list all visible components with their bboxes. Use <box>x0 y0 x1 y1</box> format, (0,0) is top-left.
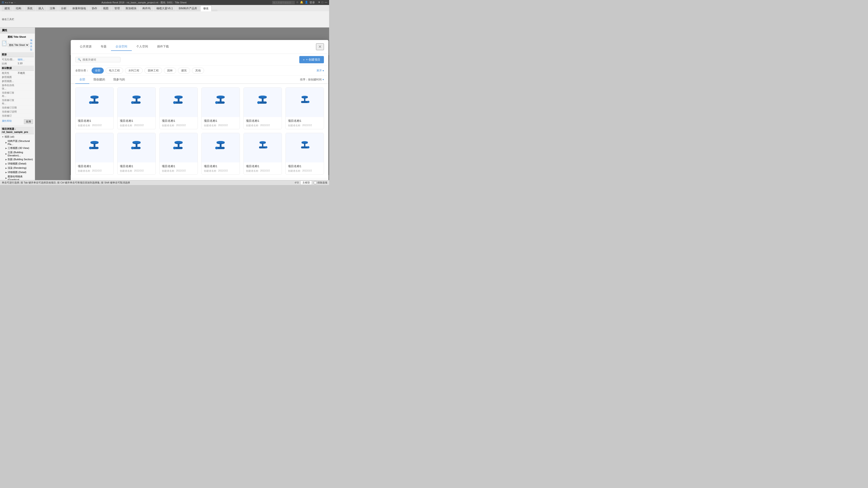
tab-collaborate[interactable]: 协作 <box>89 6 100 11</box>
tab-analyze[interactable]: 分析 <box>58 6 69 11</box>
modal-tab-topic[interactable]: 专题 <box>96 43 111 51</box>
category-btn-architecture[interactable]: 建筑 <box>178 68 190 74</box>
list-item[interactable]: 项目名称1 创建者名称 2022/2/2 <box>243 133 282 175</box>
tree-views-all[interactable]: ▼ 视图 (all) <box>1 135 34 139</box>
view-mode-select[interactable]: 主模型 <box>301 181 312 185</box>
tab-structure[interactable]: 结构 <box>13 6 24 11</box>
bell-icon[interactable]: 🔔 <box>300 1 303 4</box>
tree-detail-view[interactable]: ▶详细视图 (Detail) <box>3 162 34 166</box>
list-item[interactable]: 项目名称1 创建者名称 2022/2/2 <box>285 88 324 129</box>
exclude-option[interactable]: 排除选项 <box>314 181 327 184</box>
tree-building-section[interactable]: ▶剖面 (Building Section) <box>3 157 34 162</box>
item-author: 创建者名称 <box>288 169 301 173</box>
user-icon[interactable]: 👤 <box>305 1 308 4</box>
current-modify2-label: 当前修订发布... <box>2 98 18 105</box>
item-title: 项目名称1 <box>246 119 279 123</box>
tab-massing[interactable]: 体量和场地 <box>70 6 89 11</box>
star-icon[interactable]: ☆ <box>296 1 299 4</box>
tab-systems[interactable]: 系统 <box>24 6 35 11</box>
tab-annotate[interactable]: 注释 <box>47 6 58 11</box>
tab-bim[interactable]: BIM构件产品库 <box>176 6 200 11</box>
sheet-select[interactable]: 图纸 Title Sheet <box>8 43 29 47</box>
search-box[interactable]: 🔍 <box>75 57 121 62</box>
edit-visibility-btn[interactable]: 编辑... <box>18 58 25 61</box>
sub-tab-all[interactable]: 全部 <box>75 76 89 84</box>
list-item[interactable]: 项目名称1 创建者名称 2022/2/2 <box>202 88 240 129</box>
modal-tab-personal[interactable]: 个人空间 <box>132 43 153 51</box>
item-meta: 创建者名称 2022/2/2 <box>162 169 195 173</box>
item-info: 项目名称1 创建者名称 2022/2/2 <box>160 162 197 174</box>
tree-3d-view[interactable]: ▶三维视图 (3D View) <box>3 146 34 150</box>
window-controls[interactable]: ☆ 🔔 👤 登录 ✕ □ — <box>272 1 327 4</box>
category-btn-landscape-eng[interactable]: 园林工程 <box>145 68 162 74</box>
sub-tab-joined[interactable]: 我参与的 <box>109 76 129 84</box>
sub-tab-created[interactable]: 我创建的 <box>89 76 109 84</box>
list-item[interactable]: 项目名称1 创建者名称 2022/2/2 <box>202 133 240 175</box>
item-thumbnail <box>75 88 114 117</box>
category-btn-other[interactable]: 其他 <box>192 68 204 74</box>
modal-tab-public[interactable]: 公共资源 <box>75 43 96 51</box>
list-item[interactable]: 项目名称1 创建者名称 2022/2/2 <box>75 88 114 129</box>
list-item[interactable]: 项目名称1 创建者名称 2022/2/2 <box>159 88 198 129</box>
list-item[interactable]: 项目名称1 创建者名称 2022/2/2 <box>117 88 156 129</box>
tab-view[interactable]: 视图 <box>100 6 111 11</box>
sort-button[interactable]: ▾ <box>322 78 324 81</box>
modal-tab-plugins[interactable]: 插件下载 <box>153 43 174 51</box>
tree-graphical-column[interactable]: ▶图形柱明细表 (Graphical... <box>3 174 34 180</box>
tab-addins[interactable]: 附加模块 <box>123 6 139 11</box>
tree-detail-view2[interactable]: ▶详细视图 (Detail) <box>3 170 34 174</box>
apply-btn[interactable]: 应用 <box>24 119 33 124</box>
list-item[interactable]: 项目名称1 创建者名称 2022/2/2 <box>243 88 282 129</box>
close-icon[interactable]: ✕ <box>318 1 320 4</box>
svg-rect-17 <box>220 97 221 102</box>
tab-extra[interactable] <box>212 9 217 11</box>
ref-view2-label: 参照视图... <box>2 79 18 83</box>
item-date: 2022/2/2 <box>134 169 144 173</box>
ribbon-tabs[interactable]: 建筑 结构 系统 插入 注释 分析 体量和场地 协作 视图 管理 附加模块 构件… <box>0 5 329 11</box>
item-info: 项目名称1 创建者名称 2022/2/2 <box>286 162 324 174</box>
item-info: 项目名称1 创建者名称 2022/2/2 <box>75 117 114 129</box>
item-meta: 创建者名称 2022/2/2 <box>78 124 111 127</box>
tree-rendering[interactable]: ▶渲染 (Rendering) <box>3 166 34 170</box>
category-btn-water[interactable]: 水利工程 <box>125 68 143 74</box>
tab-architecture[interactable]: 建筑 <box>2 6 13 11</box>
app-logo: R ▾ ▸ ⟳ ◂▸ ‧‧‧ <box>2 1 16 4</box>
search-input[interactable] <box>83 58 118 61</box>
list-item[interactable]: 项目名称1 创建者名称 2022/2/2 <box>285 133 324 175</box>
list-item[interactable]: 项目名称1 创建者名称 2022/2/2 <box>159 133 198 175</box>
chevron-icon: ▶ <box>5 167 7 169</box>
property-help-btn[interactable]: 属性帮助 <box>2 119 12 124</box>
category-btn-all[interactable]: 全部 <box>92 68 104 74</box>
expand-categories-button[interactable]: 展开 ▾ <box>316 69 324 72</box>
list-item[interactable]: 项目名称1 创建者名称 2022/2/2 <box>75 133 114 175</box>
category-btn-electric[interactable]: 电力工程 <box>105 68 123 74</box>
current-modify-row: 当前修订发布... <box>1 91 34 98</box>
modal-header: 公共资源 专题 企业空间 个人空间 插件下载 ✕ <box>71 40 329 54</box>
tab-modify[interactable]: 修改 <box>200 5 212 11</box>
modal-tab-enterprise[interactable]: 企业空间 <box>111 43 132 51</box>
modal-close-button[interactable]: ✕ <box>316 43 324 50</box>
item-title: 项目名称1 <box>162 119 195 123</box>
exclude-checkbox[interactable] <box>314 181 317 184</box>
tree-structural-plan[interactable]: ▶结构平面 (Structural Pla... <box>3 139 34 146</box>
ref-view-row: 参照视图 <box>1 75 34 79</box>
tree-group-views: ▶结构平面 (Structural Pla... ▶三维视图 (3D View)… <box>1 139 34 180</box>
tab-insert[interactable]: 插入 <box>36 6 46 11</box>
maximize-icon[interactable]: □ <box>322 1 323 4</box>
svg-rect-47 <box>220 143 221 147</box>
tab-components[interactable]: 构件坞 <box>140 6 153 11</box>
list-item[interactable]: 项目名称1 创建者名称 2022/2/2 <box>117 133 156 175</box>
tree-building-elevation[interactable]: ▶立面 (Building Elevation)... <box>3 150 34 157</box>
item-thumbnail <box>118 88 156 117</box>
search-input-title[interactable] <box>272 1 295 4</box>
tab-manage[interactable]: 管理 <box>112 6 123 11</box>
minimize-icon[interactable]: — <box>324 1 327 4</box>
category-btn-landscape[interactable]: 园林 <box>164 68 176 74</box>
svg-point-25 <box>258 96 267 98</box>
relativity-value: 不相关 <box>18 71 25 75</box>
status-bar: 单击可进行选择; 按 Tab 键并单击可选择其他项目; 按 Ctrl 键并单击可… <box>0 180 329 185</box>
create-project-button[interactable]: + + 创建项目 <box>299 56 324 63</box>
tab-olive[interactable]: 橄榄大厦V6.1 <box>154 6 176 11</box>
edit-type-btn[interactable]: 编辑类型 <box>30 39 33 51</box>
signin-label[interactable]: 登录 <box>309 1 315 4</box>
